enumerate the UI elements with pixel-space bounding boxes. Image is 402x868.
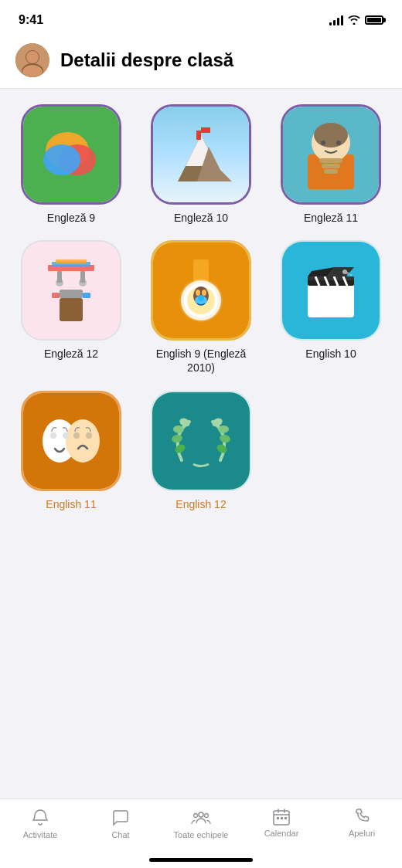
svg-point-57 [73, 432, 80, 439]
tab-label-activitate: Activitate [23, 830, 58, 839]
class-icon-english-10 [281, 240, 381, 341]
class-item-engleza-12[interactable]: Engleză 12 [12, 240, 130, 375]
status-bar: 9:41 [0, 0, 402, 34]
svg-point-39 [196, 290, 200, 296]
svg-rect-13 [201, 127, 210, 133]
svg-rect-19 [319, 158, 342, 163]
tab-item-echipe[interactable]: Toate echipele [161, 805, 241, 839]
svg-point-52 [350, 274, 353, 276]
calendar-icon [273, 809, 290, 826]
wifi-icon [348, 15, 360, 25]
class-label-engleza-12: Engleză 12 [44, 347, 98, 361]
tab-item-calendar[interactable]: Calendar [241, 805, 322, 838]
svg-rect-28 [57, 271, 62, 283]
svg-point-54 [66, 419, 100, 463]
svg-rect-71 [277, 817, 279, 819]
svg-point-56 [63, 432, 69, 439]
svg-rect-23 [52, 293, 60, 298]
svg-point-3 [26, 51, 39, 63]
tab-item-chat[interactable]: Chat [80, 805, 161, 839]
svg-rect-29 [80, 271, 85, 283]
svg-rect-12 [196, 131, 201, 140]
class-item-english-9[interactable]: English 9 (Engleză 2010) [142, 240, 260, 375]
svg-point-69 [205, 814, 209, 818]
status-time: 9:41 [19, 13, 43, 27]
svg-point-67 [199, 812, 203, 817]
svg-rect-32 [56, 259, 87, 263]
bell-icon [31, 809, 49, 827]
class-icon-english-12 [151, 391, 251, 491]
class-label-english-9: English 9 (Engleză 2010) [142, 347, 260, 375]
chat-icon [111, 809, 130, 827]
battery-icon [365, 15, 383, 25]
svg-rect-72 [281, 817, 283, 819]
header: Detalii despre clasă [0, 34, 402, 89]
svg-point-18 [336, 141, 341, 145]
svg-rect-24 [83, 293, 90, 298]
svg-rect-20 [322, 164, 340, 168]
class-item-engleza-10[interactable]: Engleză 10 [142, 104, 260, 225]
svg-point-60 [171, 433, 183, 443]
avatar [15, 43, 49, 77]
class-icon-engleza-12 [21, 240, 121, 341]
signal-bars-icon [329, 15, 343, 25]
svg-rect-25 [60, 290, 83, 298]
svg-point-64 [219, 433, 231, 443]
svg-rect-21 [324, 169, 338, 174]
main-content: Engleză 9 Engleză 10 Engleză 11 [0, 89, 402, 807]
class-icon-engleza-10 [151, 104, 251, 205]
tab-label-apeluri: Apeluri [349, 829, 375, 838]
class-icon-engleza-11 [281, 104, 381, 205]
class-label-engleza-11: Engleză 11 [304, 211, 358, 225]
svg-point-51 [346, 272, 349, 275]
class-item-engleza-9[interactable]: Engleză 9 [12, 104, 130, 225]
page-title: Detalii despre clasă [60, 49, 233, 71]
tab-bar: Activitate Chat Toate echipele [0, 798, 402, 868]
tab-label-echipe: Toate echipele [174, 830, 229, 839]
tab-item-apeluri[interactable]: Apeluri [322, 805, 402, 838]
class-item-english-12[interactable]: English 12 [142, 391, 260, 511]
svg-point-7 [43, 144, 80, 175]
tab-label-calendar: Calendar [264, 829, 299, 838]
class-icon-engleza-9 [21, 104, 121, 205]
svg-point-40 [202, 290, 206, 296]
class-icon-english-11 [21, 391, 121, 491]
svg-point-16 [314, 123, 348, 147]
class-label-english-11: English 11 [46, 497, 96, 511]
phone-icon [353, 809, 370, 826]
svg-point-55 [50, 432, 56, 439]
svg-point-42 [198, 295, 204, 301]
class-item-engleza-11[interactable]: Engleză 11 [272, 104, 390, 225]
svg-point-58 [86, 432, 92, 439]
teams-icon [191, 809, 211, 827]
status-icons [329, 15, 383, 25]
svg-rect-43 [308, 283, 354, 317]
class-icon-english-9 [151, 240, 251, 341]
home-indicator [149, 858, 253, 862]
svg-point-17 [321, 141, 325, 145]
class-label-english-12: English 12 [175, 497, 226, 511]
tab-label-chat: Chat [111, 830, 129, 839]
class-label-engleza-9: Engleză 9 [47, 211, 95, 225]
class-label-english-10: English 10 [305, 347, 356, 361]
svg-point-68 [194, 814, 198, 818]
tab-item-activitate[interactable]: Activitate [0, 805, 80, 839]
svg-rect-73 [284, 817, 287, 819]
class-label-engleza-10: Engleză 10 [174, 211, 228, 225]
class-item-english-10[interactable]: English 10 [272, 240, 390, 375]
class-item-english-11[interactable]: English 11 [12, 391, 130, 511]
svg-rect-22 [60, 298, 83, 321]
class-grid: Engleză 9 Engleză 10 Engleză 11 [12, 104, 390, 511]
